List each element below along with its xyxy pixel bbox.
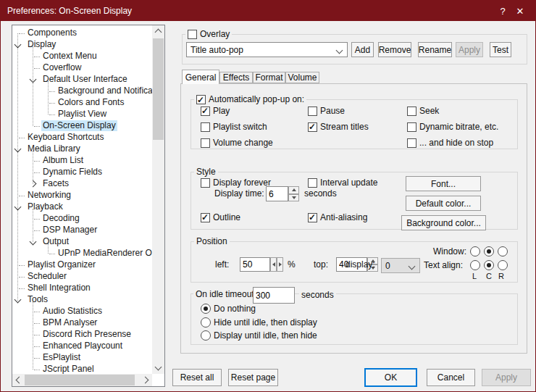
- tree-vertical-scrollbar[interactable]: [152, 25, 164, 374]
- tab-volume[interactable]: Volume: [285, 72, 319, 83]
- radio-align-right[interactable]: [498, 260, 508, 270]
- tree-item[interactable]: DSP Manager: [13, 225, 152, 236]
- preset-combobox[interactable]: Title auto-pop: [186, 42, 348, 57]
- collapse-icon[interactable]: [14, 146, 22, 153]
- radio-hide-until-idle[interactable]: Hide until idle, then display: [201, 317, 317, 328]
- display-time-input[interactable]: [266, 186, 288, 201]
- tab-effects[interactable]: Effects: [219, 72, 253, 83]
- tree-item[interactable]: Album List: [13, 155, 152, 167]
- default-color-button[interactable]: Default color...: [406, 196, 481, 211]
- checkbox-play[interactable]: Play: [201, 105, 230, 117]
- tree-guide-dash: [34, 68, 40, 69]
- tree-item[interactable]: JScript Panel: [13, 364, 152, 374]
- checkbox-pause[interactable]: Pause: [308, 105, 345, 117]
- tree-item[interactable]: Keyboard Shortcuts: [13, 132, 152, 143]
- tree-item[interactable]: Colors and Fonts: [13, 97, 152, 109]
- tree-item[interactable]: BPM Analyser: [13, 317, 152, 329]
- tree-item[interactable]: Enhanced Playcount: [13, 341, 152, 352]
- remove-button[interactable]: Remove: [378, 42, 411, 57]
- close-button[interactable]: ✕: [511, 1, 529, 21]
- left-label: left:: [215, 259, 229, 270]
- scroll-left-arrow[interactable]: [12, 374, 24, 386]
- spin-left-icon[interactable]: [270, 257, 277, 272]
- tree-item[interactable]: Discord Rich Presense: [13, 329, 152, 341]
- radio-do-nothing[interactable]: Do nothing: [201, 303, 256, 314]
- scroll-down-arrow[interactable]: [152, 362, 164, 374]
- tree-item[interactable]: Media Library: [13, 143, 152, 155]
- spin-up-icon[interactable]: [288, 186, 299, 194]
- left-percent-input[interactable]: [240, 257, 270, 272]
- tree-item[interactable]: Playlist Organizer: [13, 259, 152, 271]
- tree-item[interactable]: Dynamic Fields: [13, 167, 152, 178]
- tree-item[interactable]: Scheduler: [13, 271, 152, 283]
- checkbox-outline[interactable]: Outline: [201, 212, 240, 223]
- add-button[interactable]: Add: [351, 42, 374, 57]
- test-button[interactable]: Test: [490, 42, 511, 57]
- expand-icon[interactable]: [30, 180, 37, 188]
- checkbox-stream-titles[interactable]: Stream titles: [308, 121, 369, 133]
- left-percent-spinner[interactable]: [270, 257, 283, 272]
- idle-timeout-input[interactable]: [253, 287, 295, 304]
- collapse-icon[interactable]: [30, 76, 37, 83]
- tree-item-label: Networking: [26, 190, 72, 201]
- reset-all-button[interactable]: Reset all: [172, 369, 222, 386]
- radio-align-center[interactable]: [484, 260, 494, 270]
- reset-page-button[interactable]: Reset page: [228, 369, 278, 386]
- tree-item[interactable]: Tools: [13, 294, 152, 306]
- radio-window-left[interactable]: [470, 246, 480, 257]
- background-color-button[interactable]: Background color...: [401, 215, 486, 230]
- tree-item[interactable]: Decoding: [13, 213, 152, 225]
- tree-item[interactable]: UPnP MediaRenderer Output: [13, 248, 152, 259]
- tree-item[interactable]: Playback: [13, 201, 152, 213]
- radio-display-until-idle[interactable]: Display until idle, then hide: [201, 330, 317, 341]
- popup-group-checkbox[interactable]: Automatically pop-up on:: [194, 93, 306, 105]
- checkbox-antialiasing[interactable]: Anti-aliasing: [308, 212, 367, 223]
- radio-window-right[interactable]: [498, 246, 508, 257]
- tree-item[interactable]: Default User Interface: [13, 74, 152, 86]
- collapse-icon[interactable]: [14, 296, 22, 304]
- spin-right-icon[interactable]: [277, 257, 283, 272]
- help-button[interactable]: ?: [493, 1, 512, 21]
- tab-general[interactable]: General: [182, 70, 219, 84]
- collapse-icon[interactable]: [14, 41, 22, 49]
- collapse-icon[interactable]: [30, 238, 37, 246]
- radio-align-left[interactable]: [470, 260, 480, 270]
- checkbox-seek[interactable]: Seek: [407, 105, 439, 117]
- tree-item[interactable]: Facets: [13, 178, 152, 190]
- vertical-scroll-thumb[interactable]: [153, 38, 164, 140]
- checkbox-display-forever[interactable]: Display forever: [201, 177, 271, 188]
- scroll-right-arrow[interactable]: [141, 374, 152, 386]
- display-time-spinner[interactable]: [288, 186, 299, 201]
- font-button[interactable]: Font...: [406, 176, 481, 191]
- checkbox-dynamic-bitrate[interactable]: Dynamic bitrate, etc.: [407, 121, 498, 133]
- tree-item[interactable]: Playlist View: [13, 109, 152, 120]
- tree-item[interactable]: Context Menu: [13, 51, 152, 62]
- tab-format[interactable]: Format: [253, 72, 285, 83]
- tree-item[interactable]: Networking: [13, 190, 152, 201]
- checkbox-interval-update[interactable]: Interval update: [308, 177, 377, 188]
- checkbox-playlist-switch[interactable]: Playlist switch: [201, 121, 267, 133]
- tree-item-label: Audio Statistics: [41, 306, 104, 317]
- collapse-icon[interactable]: [14, 204, 22, 211]
- radio-window-center[interactable]: [484, 246, 494, 257]
- horizontal-scroll-thumb[interactable]: [25, 375, 135, 385]
- cancel-button[interactable]: Cancel: [427, 369, 475, 386]
- rename-button[interactable]: Rename: [418, 42, 452, 57]
- tree-item[interactable]: Display: [13, 39, 152, 51]
- overlay-checkbox[interactable]: Overlay: [185, 28, 232, 40]
- checkbox-label: Interval update: [320, 178, 377, 188]
- tree-item[interactable]: Background and Notifications: [13, 86, 152, 97]
- checkbox-volume-change[interactable]: Volume change: [201, 137, 273, 149]
- tree-item[interactable]: Components: [13, 28, 152, 39]
- tree-item[interactable]: Audio Statistics: [13, 306, 152, 317]
- scroll-up-arrow[interactable]: [152, 25, 164, 37]
- tree-item[interactable]: Coverflow: [13, 62, 152, 74]
- tree-item[interactable]: EsPlaylist: [13, 352, 152, 364]
- spin-down-icon[interactable]: [288, 194, 299, 202]
- checkbox-hide-on-stop[interactable]: ... and hide on stop: [407, 137, 493, 149]
- tree-item[interactable]: Shell Integration: [13, 283, 152, 294]
- ok-button[interactable]: OK: [364, 368, 417, 387]
- tree-horizontal-scrollbar[interactable]: [12, 374, 152, 386]
- tree-item[interactable]: Output: [13, 236, 152, 248]
- tree-item[interactable]: On-Screen Display: [13, 120, 152, 132]
